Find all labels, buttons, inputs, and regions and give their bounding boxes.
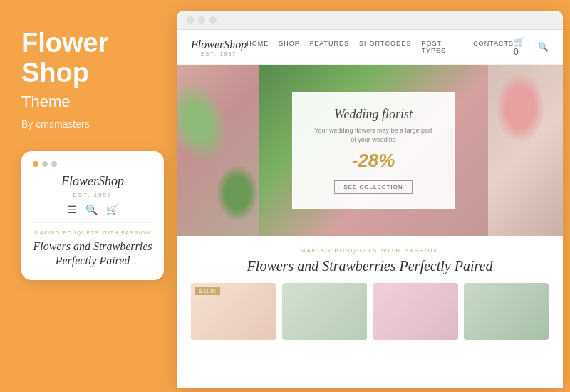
hero-image-right <box>488 65 563 236</box>
mobile-tagline: MAKING BOUQUETS WITH PASSION <box>33 230 152 235</box>
hero-image-left <box>177 65 259 236</box>
below-hero: MAKING BOUQUETS WITH PASSION Flowers and… <box>177 236 563 347</box>
theme-title: Flower Shop <box>21 29 155 88</box>
product-thumb-4[interactable] <box>464 283 549 340</box>
product-thumb-1[interactable]: SALE! <box>191 283 276 340</box>
browser-dot-2 <box>198 16 205 24</box>
sale-badge: SALE! <box>195 287 220 295</box>
mobile-nav-icons: ☰ 🔍 🛒 <box>33 204 152 223</box>
mobile-heading: Flowers and Strawberries Perfectly Paire… <box>33 239 152 269</box>
website-header-icons: 🛒 0 🔍 <box>514 37 549 57</box>
product-thumb-2[interactable] <box>282 283 368 340</box>
browser-bar <box>177 11 563 30</box>
website-logo-est: EST. 1997 <box>191 51 247 56</box>
left-panel: Flower Shop Theme By cmsmasters FlowerSh… <box>0 0 177 392</box>
see-collection-button[interactable]: SEE COLLECTION <box>334 180 412 194</box>
mobile-dot-2 <box>42 161 48 167</box>
theme-subtitle: Theme <box>21 93 155 111</box>
nav-shortcodes[interactable]: SHORTCODES <box>359 40 411 54</box>
product-row: SALE! <box>191 283 549 340</box>
mobile-dot-3 <box>51 161 57 167</box>
browser-dot-1 <box>187 16 194 24</box>
mobile-dot-1 <box>33 161 38 167</box>
search-icon-header[interactable]: 🔍 <box>538 42 549 52</box>
hero-card: Wedding florist Your wedding flowers may… <box>292 92 454 209</box>
website-logo-text: FlowerShop <box>191 38 247 51</box>
website-logo: FlowerShop EST. 1997 <box>191 38 247 56</box>
browser-dot-3 <box>209 16 217 24</box>
website-header: FlowerShop EST. 1997 HOME SHOP FEATURES … <box>177 30 563 65</box>
section-tagline: MAKING BOUQUETS WITH PASSION <box>191 247 549 254</box>
browser-mockup: FlowerShop EST. 1997 HOME SHOP FEATURES … <box>177 11 563 388</box>
product-thumb-3[interactable] <box>373 283 458 340</box>
mobile-logo: FlowerShop <box>33 174 152 189</box>
website-content: FlowerShop EST. 1997 HOME SHOP FEATURES … <box>177 30 563 388</box>
search-icon[interactable]: 🔍 <box>86 204 98 215</box>
nav-features[interactable]: FEATURES <box>310 40 349 54</box>
mobile-dots <box>33 161 152 167</box>
hamburger-icon[interactable]: ☰ <box>68 204 77 215</box>
theme-author: By cmsmasters <box>21 118 155 130</box>
mobile-est: EST. 1997 <box>33 192 152 198</box>
hero-section: Wedding florist Your wedding flowers may… <box>177 65 563 236</box>
nav-contacts[interactable]: CONTACTS <box>473 40 514 54</box>
section-heading: Flowers and Strawberries Perfectly Paire… <box>191 258 549 274</box>
hero-card-title: Wedding florist <box>314 107 432 122</box>
mobile-mockup: FlowerShop EST. 1997 ☰ 🔍 🛒 MAKING BOUQUE… <box>21 151 164 281</box>
hero-card-desc: Your wedding flowers may be a large part… <box>314 126 432 144</box>
website-nav: HOME SHOP FEATURES SHORTCODES POST TYPES… <box>247 40 514 54</box>
hero-center: Wedding florist Your wedding flowers may… <box>259 65 488 236</box>
cart-icon[interactable]: 🛒 <box>106 204 118 215</box>
cart-icon-header[interactable]: 🛒 0 <box>514 37 531 57</box>
nav-home[interactable]: HOME <box>247 40 269 54</box>
nav-shop[interactable]: SHOP <box>279 40 300 54</box>
nav-posttypes[interactable]: POST TYPES <box>421 40 463 54</box>
hero-card-discount: -28% <box>314 150 432 172</box>
